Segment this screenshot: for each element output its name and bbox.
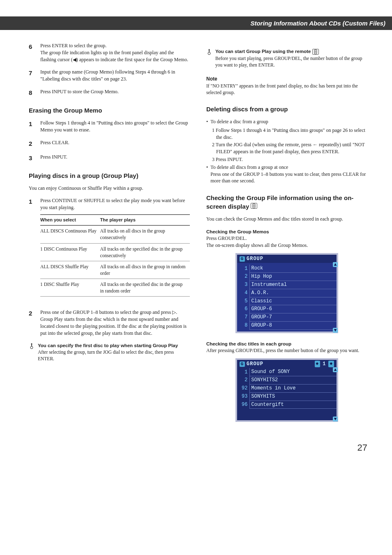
step-number: 2 (29, 139, 35, 148)
page-left-icon: ◆ (315, 361, 321, 367)
screen-row-text: A.O.R. (249, 289, 337, 297)
sub-step: 3 Press INPUT. (212, 156, 367, 163)
screen-row-text: Classic (249, 297, 337, 305)
lightbulb-icon (206, 48, 212, 69)
onscreen-display-titles: G GROUP ◆ 1 ◆ 1Sound of SONY2SONYHITS292… (235, 358, 338, 422)
svg-rect-8 (254, 205, 255, 206)
table-cell: All tracks on the specified disc in the … (100, 279, 190, 296)
screen-row: 2SONYHITS2 (237, 376, 337, 385)
screen-row: 2Hip Hop (237, 273, 337, 281)
screen-row-index: 4 (237, 289, 249, 297)
bullet-item: •To delete all discs from a group at onc… (206, 164, 367, 184)
screen-row-index: 3 (237, 281, 249, 289)
screen-row-index: 1 (237, 368, 249, 376)
svg-rect-9 (254, 206, 255, 207)
screen-page-number: 1 (323, 361, 326, 368)
screen-row-index: 93 (237, 392, 249, 401)
top-steps: 6Press ENTER to select the group. The gr… (29, 42, 190, 97)
tip-text: Before you start playing, press GROUP/DE… (215, 55, 367, 68)
numbered-step: 7Input the group name (Group Memo) follo… (29, 69, 190, 83)
screen-row-index: 96 (237, 401, 249, 409)
bullet-dot: • (206, 164, 208, 184)
tip-text: After selecting the group, turn the JOG … (38, 349, 190, 362)
bullet-body: To delete all discs from a group at once… (210, 164, 367, 184)
erase-heading: Erasing the Group Memo (29, 106, 190, 115)
scroll-up-icon: ▲ (333, 262, 338, 267)
step-body: Press INPUT to store the Group Memo. (40, 88, 190, 97)
svg-rect-4 (315, 51, 316, 52)
delete-heading: Deleting discs from a group (206, 105, 367, 113)
step-body: Press ENTER to select the group. The gro… (40, 42, 190, 63)
step-body: Press CONTINUE or SHUFFLE to select the … (40, 197, 190, 303)
remote-icon (312, 49, 319, 55)
screen-row: 4A.O.R. (237, 289, 337, 297)
scroll-up-icon: ▲ (333, 367, 338, 372)
table-cell: ALL DISCS Continuous Play (40, 226, 100, 243)
table-header: The player plays (100, 214, 190, 225)
screen-row-text: Rock (249, 265, 337, 272)
groupplay-step-1: 1 Press CONTINUE or SHUFFLE to select th… (29, 197, 190, 303)
table-row: 1 DISC Continuous PlayAll tracks on the … (40, 243, 190, 261)
check-titles-subheading: Checking the disc titles in each group (206, 341, 367, 347)
screen-row-text: GROUP-7 (249, 313, 337, 322)
svg-point-0 (30, 346, 33, 349)
screen-title: G GROUP ◆ 1 ◆ (237, 360, 337, 368)
check-intro: You can check the Group Memos and disc t… (206, 216, 367, 223)
screen-row: 96Countergift (237, 401, 337, 409)
bullet-dot: • (206, 118, 208, 125)
svg-point-1 (208, 52, 210, 55)
sub-step: 1 Follow Steps 1 through 4 in "Putting d… (212, 127, 367, 141)
table-cell: All tracks on all discs in the group con… (100, 226, 190, 243)
table-cell: 1 DISC Continuous Play (40, 243, 100, 261)
check-memos-subheading: Checking the Group Memos (206, 228, 367, 235)
table-row: 1 DISC Shuffle PlayAll tracks on the spe… (40, 279, 190, 296)
step-body: Press CLEAR. (40, 139, 190, 148)
lightbulb-icon (29, 343, 35, 362)
numbered-step: 8Press INPUT to store the Group Memo. (29, 88, 190, 97)
svg-point-3 (315, 50, 316, 51)
delete-bullets: •To delete a disc from a group1 Follow S… (206, 118, 367, 184)
table-row: ALL DISCS Shuffle PlayAll tracks on all … (40, 261, 190, 279)
step-body: Input the group name (Group Memo) follow… (40, 69, 190, 83)
tip-first-disc: You can specify the first disc to play w… (29, 342, 190, 362)
numbered-step: 1Follow Steps 1 through 4 in "Putting di… (29, 120, 190, 134)
g-badge-icon: G (240, 362, 245, 367)
page-right-icon: ◆ (328, 361, 334, 367)
screen-row-text: Instrumental (249, 281, 337, 289)
page-number: 27 (29, 442, 367, 454)
bullet-body: To delete a disc from a group (210, 118, 268, 125)
screen-row-index: 2 (237, 376, 249, 385)
screen-row: 8 GROUP-8 (237, 322, 337, 330)
play-mode-table: When you select The player plays ALL DIS… (40, 214, 190, 297)
screen-row-text: SONYHITS2 (249, 376, 337, 385)
scroll-down-icon: ▼ (333, 417, 338, 421)
step-body: Follow Steps 1 through 4 in "Putting dis… (40, 120, 190, 134)
screen-row: 92Moments in Love (237, 385, 337, 393)
tip-body: You can specify the first disc to play w… (38, 342, 190, 362)
table-cell: ALL DISCS Shuffle Play (40, 261, 100, 279)
groupplay-intro: You can enjoy Continuous or Shuffle Play… (29, 185, 190, 192)
screen-title: GGROUP (237, 255, 337, 263)
g-badge-icon: G (240, 256, 245, 262)
remote-icon (251, 203, 257, 209)
step-number: 2 (29, 309, 35, 336)
onscreen-display-memos: GGROUP 1Rock2Hip Hop3 Instrumental4A.O.R… (235, 253, 338, 333)
tip-title: You can specify the first disc to play w… (38, 342, 190, 349)
screen-row-text: SONYHITS (249, 392, 337, 401)
screen-row-index: 1 (237, 265, 249, 272)
table-header: When you select (40, 214, 100, 225)
scroll-down-icon: ▼ (333, 328, 338, 333)
step-number: 8 (29, 88, 35, 97)
screen-row-text: GROUP-8 (249, 322, 337, 330)
check-heading: Checking the Group File information usin… (206, 193, 367, 211)
screen-row-index: 92 (237, 385, 249, 393)
screen-row: 1Rock (237, 265, 337, 272)
step-text: Press CONTINUE or SHUFFLE to select the … (40, 197, 190, 211)
table-cell: All tracks on all discs in the group in … (100, 261, 190, 279)
check-memos-text: Press GROUP/DEL. The on-screen display s… (206, 235, 367, 249)
step-number: 3 (29, 154, 35, 162)
screen-row: 93SONYHITS (237, 392, 337, 401)
screen-row-text: Countergift (249, 401, 337, 409)
table-cell: All tracks on the specified disc in the … (100, 243, 190, 261)
screen-row-index: 5 (237, 297, 249, 305)
